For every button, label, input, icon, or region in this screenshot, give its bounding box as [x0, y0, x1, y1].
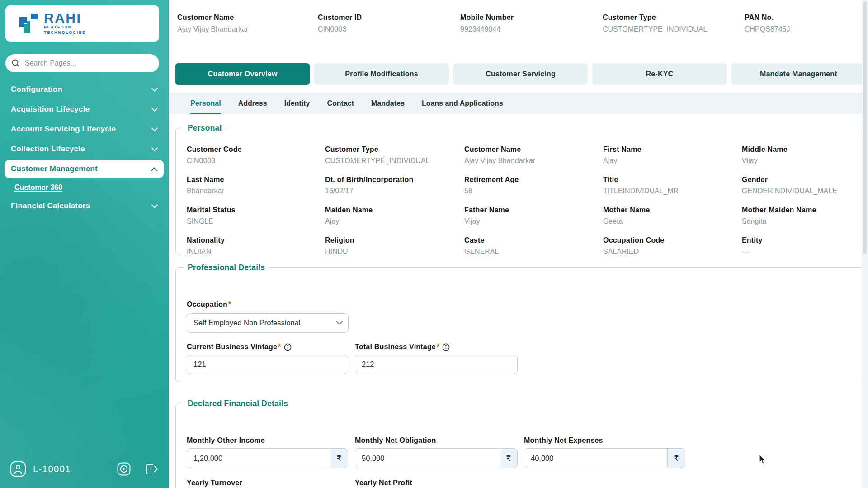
header-field-customer-name: Customer Name Ajay Vijay Bhandarkar: [177, 14, 248, 33]
monthly-other-income-field: ₹: [187, 448, 348, 468]
monthly-other-income-input[interactable]: [187, 449, 330, 468]
total-business-vintage-label: Total Business Vintage*: [355, 343, 450, 351]
chevron-down-icon: [336, 321, 343, 325]
info-icon[interactable]: [442, 343, 450, 351]
header-field-value: 9923449044: [460, 25, 514, 33]
header-field-label: Customer Name: [177, 14, 248, 22]
field-mother-maiden-name: Mother Maiden NameSangita: [742, 206, 854, 225]
required-mark: *: [437, 343, 439, 351]
sidebar-item-acquisition-lifecycle[interactable]: Acquisition Lifecycle: [0, 99, 169, 119]
subtab-personal[interactable]: Personal: [190, 93, 221, 114]
rupee-suffix: ₹: [330, 449, 348, 468]
logo-technologies-text: TECHNOLOGIES: [44, 30, 85, 36]
field-customer-name: Customer NameAjay Vijay Bhandarkar: [464, 145, 603, 165]
tab-customer-servicing[interactable]: Customer Servicing: [453, 63, 588, 85]
scrollbar-track[interactable]: [862, 0, 868, 488]
chevron-down-icon: [151, 145, 158, 154]
sidebar-item-customer-360[interactable]: Customer 360: [0, 179, 169, 196]
monthly-net-expenses-input[interactable]: [524, 449, 667, 468]
tab-re-kyc[interactable]: Re-KYC: [592, 63, 726, 85]
current-business-vintage-label: Current Business Vintage*: [187, 343, 292, 351]
info-icon[interactable]: [284, 343, 292, 351]
monthly-net-obligation-input[interactable]: [355, 449, 500, 468]
field-first-name: First NameAjay: [603, 145, 742, 165]
header-field-label: Customer ID: [318, 14, 362, 22]
field-occupation-code: Occupation CodeSALARIED: [603, 236, 742, 256]
monthly-other-income-label: Monthly Other Income: [187, 436, 265, 445]
video-tutorial-icon[interactable]: [117, 462, 131, 476]
sidebar-item-collection-lifecycle[interactable]: Collection Lifecycle: [0, 139, 169, 159]
rupee-suffix: ₹: [500, 449, 517, 468]
field-customer-type: Customer TypeCUSTOMERTYPE_INDIVIDUAL: [325, 145, 464, 165]
monthly-net-obligation-label: Monthly Net Obligation: [355, 436, 436, 445]
user-badge-icon[interactable]: [10, 461, 26, 477]
current-business-vintage-input[interactable]: [187, 355, 348, 374]
chevron-up-icon: [151, 164, 157, 174]
header-field-pan-no: PAN No. CHPQS8745J: [745, 14, 790, 33]
field-mother-name: Mother NameGeeta: [603, 206, 742, 225]
header-field-value: CIN0003: [318, 25, 362, 33]
declared-financial-details-section: Declared Financial Details Monthly Other…: [175, 399, 866, 488]
total-business-vintage-input[interactable]: [355, 355, 518, 374]
field-religion: ReligionHINDU: [325, 236, 464, 256]
personal-section: Personal Customer CodeCIN0003 Customer T…: [175, 123, 866, 254]
subtab-contact[interactable]: Contact: [327, 93, 354, 114]
chevron-down-icon: [151, 105, 158, 114]
main-content: Customer Name Ajay Vijay Bhandarkar Cust…: [169, 0, 868, 488]
professional-details-legend: Professional Details: [184, 263, 269, 272]
sidebar-item-configuration[interactable]: Configuration: [0, 80, 169, 99]
subtab-mandates[interactable]: Mandates: [371, 93, 405, 114]
occupation-select[interactable]: Self Employed Non Professional: [187, 313, 349, 333]
secondary-tab-bar: Personal Address Identity Contact Mandat…: [169, 93, 862, 114]
header-field-label: Mobile Number: [460, 14, 514, 22]
brand-logo: RAHI PLATFORM TECHNOLOGIES: [5, 5, 159, 42]
sidebar-item-account-servicing-lifecycle[interactable]: Account Servicing Lifecycle: [0, 119, 169, 139]
personal-fields-grid: Customer CodeCIN0003 Customer TypeCUSTOM…: [176, 133, 865, 256]
search-box: [5, 54, 159, 72]
professional-details-section: Professional Details Occupation* Self Em…: [175, 263, 866, 382]
header-field-value: Ajay Vijay Bhandarkar: [177, 25, 248, 33]
header-field-label: Customer Type: [603, 14, 707, 22]
search-icon: [12, 59, 20, 67]
logout-icon[interactable]: [144, 462, 159, 476]
field-last-name: Last NameBhandarkar: [187, 176, 325, 195]
chevron-down-icon: [151, 85, 158, 94]
yearly-turnover-label: Yearly Turnover: [187, 479, 242, 487]
sidebar-item-label: Customer Management: [11, 164, 98, 174]
tab-customer-overview[interactable]: Customer Overview: [175, 63, 310, 85]
sidebar: RAHI PLATFORM TECHNOLOGIES Configuration…: [0, 0, 169, 488]
chevron-down-icon: [151, 125, 158, 134]
tab-mandate-management[interactable]: Mandate Management: [731, 63, 866, 85]
subtab-address[interactable]: Address: [238, 93, 267, 114]
chevron-down-icon: [151, 202, 158, 211]
header-field-value: CHPQS8745J: [745, 25, 790, 33]
header-field-mobile-number: Mobile Number 9923449044: [460, 14, 514, 33]
sidebar-footer: L-10001: [0, 457, 169, 481]
sidebar-item-label: Account Servicing Lifecycle: [11, 125, 116, 134]
sidebar-item-label: Acquisition Lifecycle: [11, 105, 90, 114]
personal-section-legend: Personal: [184, 123, 226, 133]
field-marital-status: Marital StatusSINGLE: [187, 206, 325, 225]
field-retirement-age: Retirement Age58: [464, 176, 603, 195]
header-field-label: PAN No.: [745, 14, 790, 22]
field-father-name: Father NameVijay: [464, 206, 603, 225]
declared-financial-details-legend: Declared Financial Details: [184, 399, 292, 408]
monthly-net-expenses-field: ₹: [524, 448, 685, 468]
logo-brand-text: RAHI: [44, 11, 85, 25]
tab-profile-modifications[interactable]: Profile Modifications: [314, 63, 448, 85]
occupation-label: Occupation*: [187, 300, 231, 309]
monthly-net-obligation-field: ₹: [355, 448, 518, 468]
required-mark: *: [228, 300, 231, 309]
search-input[interactable]: [24, 59, 153, 68]
sidebar-nav: Configuration Acquisition Lifecycle Acco…: [0, 80, 169, 216]
scrollbar-thumb[interactable]: [863, 1, 867, 254]
subtab-loans-and-applications[interactable]: Loans and Applications: [422, 93, 503, 114]
subtab-identity[interactable]: Identity: [284, 93, 310, 114]
field-customer-code: Customer CodeCIN0003: [187, 145, 325, 165]
sidebar-item-financial-calculators[interactable]: Financial Calculators: [0, 196, 169, 216]
header-field-value: CUSTOMERTYPE_INDIVIDUAL: [603, 25, 707, 33]
logo-platform-text: PLATFORM: [44, 25, 85, 30]
required-mark: *: [278, 343, 281, 351]
header-field-customer-id: Customer ID CIN0003: [318, 14, 362, 33]
sidebar-item-customer-management[interactable]: Customer Management: [5, 160, 164, 178]
